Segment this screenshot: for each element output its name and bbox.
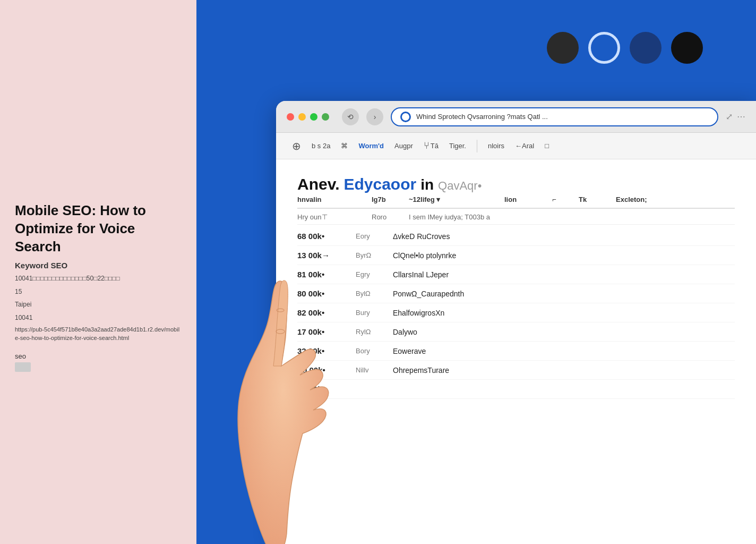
toolbar-item-1[interactable]: b s 2a [312,142,330,150]
share-icon[interactable]: ⤢ [726,112,733,122]
table-row: 8F 00k• [297,380,735,399]
forward-button[interactable]: › [366,108,383,125]
sidebar-meta-line3: Taipei [15,299,182,310]
menu-icon[interactable]: ⋯ [737,112,745,122]
content-title-row: Anev. Edycaoor in QavAqr• [297,175,735,193]
table-row: 82 00k• Bury EhalfowigrosXn [297,303,735,322]
browser-chrome: ⟲ › Whind Sprotech Qvsarroning ?mats Qat… [276,101,756,133]
th-col6: Tk [579,196,616,203]
content-title-part1: Anev. [297,175,339,193]
traffic-light-green[interactable] [310,113,317,121]
row7-name: OhrepemsTurare [393,366,735,375]
toolbar-item-augpr[interactable]: Augpr [394,142,413,150]
toolbar-item-aral[interactable]: ←Aral [515,142,534,150]
toolbar-item-tiger[interactable]: Tiger. [449,142,466,150]
th-col4: lion [504,196,552,203]
address-bar[interactable]: Whind Sprotech Qvsarroning ?mats Qatl ..… [391,107,718,126]
sidebar-url: https://pub-5c454f571b8e40a3a2aad27ade84… [15,325,182,343]
toolbar-item-more[interactable]: □ [545,142,549,150]
table-row: 80 00k• BylΩ PonwΩ_Caurapednth [297,284,735,303]
forward-icon: › [374,113,376,121]
browser-toolbar-right: ⤢ ⋯ [726,112,745,122]
row1-num: 13 00k→ [297,251,356,260]
th-col3: ~12lifeg ▾ [409,196,504,203]
th-col1: hnvalin [297,196,372,203]
decorative-circles [547,32,703,64]
th-col7: Excleton; [616,196,735,203]
toolbar-item-2[interactable]: ⌘ [341,142,348,150]
row5-type: RylΩ [356,328,393,336]
toolbar-item-fork[interactable]: ⑂ Tā [424,140,439,151]
table-row: 32 00k• Bory Eowerave [297,342,735,361]
toolbar-item-nloirs[interactable]: nloirs [488,142,504,150]
traffic-light-red[interactable] [287,113,294,121]
back-icon: ⟲ [347,113,354,121]
address-bar-circle-icon [400,112,411,122]
address-bar-text: Whind Sprotech Qvsarroning ?mats Qatl ..… [416,113,709,121]
row7-num: S0 00k• [297,366,356,375]
row1-name: ClQnel•lo ptolynrke [393,251,735,260]
row1-type: ByrΩ [356,251,393,259]
content-subtitle: QavAqr• [438,179,482,193]
browser-content: Anev. Edycaoor in QavAqr• hnvalin lg7b ~… [276,159,756,544]
table-row: 17 00k• RylΩ Dalywo [297,322,735,342]
row6-name: Eowerave [393,347,735,355]
row5-name: Dalywo [393,328,735,336]
sidebar-tag-box [15,362,31,372]
row3-type: BylΩ [356,290,393,298]
sidebar-tag: seo [15,352,182,360]
sidebar-title: Mobile SEO: How to Optimize for Voice Se… [15,202,182,256]
row4-num: 82 00k• [297,308,356,317]
browser-secondary-toolbar: ⊕ b s 2a ⌘ Worm'd Augpr ⑂ Tā Tiger. nloi… [276,133,756,159]
sidebar-meta-line1: 10041□□□□□□□□□□□□□□50□22□□□□ [15,273,182,284]
th-col2: lg7b [372,196,409,203]
circle-4 [671,32,703,64]
sidebar-meta-line4: 10041 [15,312,182,323]
back-button[interactable]: ⟲ [342,108,359,125]
row0-type: Eory [356,232,393,240]
row4-type: Bury [356,309,393,317]
sidebar-keyword: Keyword SEO [15,261,182,270]
traffic-light-yellow[interactable] [298,113,306,121]
content-title-part3: in [420,176,434,193]
table-row: S0 00k• Nillv OhrepemsTurare [297,361,735,380]
toolbar-separator [477,140,477,152]
row6-num: 32 00k• [297,346,356,355]
table-row: 68 00k• Eory ΔvkeD RuCroves [297,227,735,246]
toolbar-item-0[interactable]: ⊕ [292,140,301,152]
row7-type: Nillv [356,366,393,374]
table-row: 13 00k→ ByrΩ ClQnel•lo ptolynrke [297,246,735,265]
table-row: 81 00k• Egry CllarsInal LJeper [297,265,735,284]
subh-col3: I sem IMey iudya; T003b a [409,213,735,221]
toolbar-item-worm[interactable]: Worm'd [358,142,384,150]
row5-num: 17 00k• [297,327,356,336]
circle-2 [588,32,620,64]
main-area: ⟲ › Whind Sprotech Qvsarroning ?mats Qat… [196,0,756,544]
row2-name: CllarsInal LJeper [393,270,735,279]
circle-3 [630,32,662,64]
row6-type: Bory [356,347,393,355]
row0-name: ΔvkeD RuCroves [393,232,735,241]
row3-name: PonwΩ_Caurapednth [393,290,735,298]
traffic-lights [287,113,329,121]
subh-col1: Hry oun⊤ [297,213,372,221]
row2-num: 81 00k• [297,270,356,279]
table-header-row: hnvalin lg7b ~12lifeg ▾ lion ⌐ Tk Exclet… [297,196,735,209]
sidebar: Mobile SEO: How to Optimize for Voice Se… [0,0,196,544]
row2-type: Egry [356,270,393,278]
browser-window: ⟲ › Whind Sprotech Qvsarroning ?mats Qat… [276,101,756,544]
th-col5: ⌐ [552,196,579,203]
content-title-part2: Edycaoor [343,175,416,193]
table-subheader-row: Hry oun⊤ Roro I sem IMey iudya; T003b a [297,210,735,225]
traffic-light-extra[interactable] [322,113,329,121]
row8-num: 8F 00k• [297,385,356,394]
circle-1 [547,32,579,64]
row3-num: 80 00k• [297,289,356,298]
row0-num: 68 00k• [297,232,356,241]
subh-col2: Roro [372,213,409,221]
row4-name: EhalfowigrosXn [393,309,735,317]
data-rows-container: 68 00k• Eory ΔvkeD RuCroves 13 00k→ ByrΩ… [297,227,735,399]
sidebar-meta-line2: 15 [15,286,182,297]
